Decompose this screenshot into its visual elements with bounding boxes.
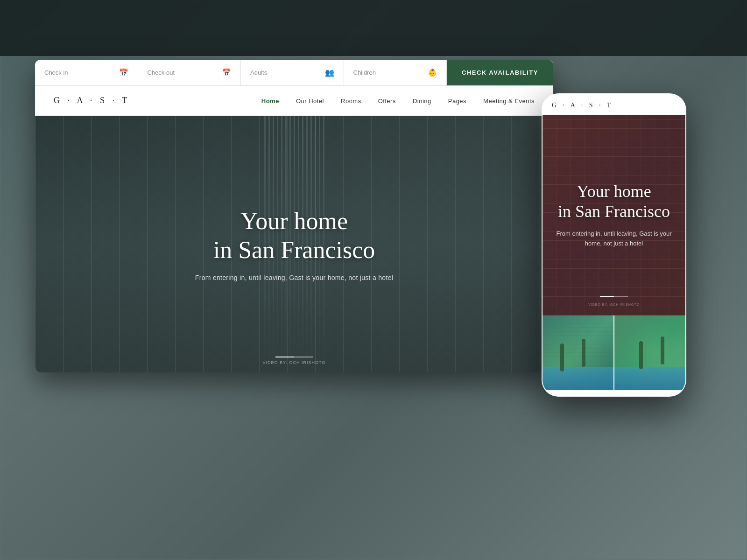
check-availability-button[interactable]: CHECK AVAILABILITY — [447, 60, 553, 85]
mobile-hero-section: Your home in San Francisco From entering… — [543, 115, 685, 315]
hero-content: Your home in San Francisco From entering… — [195, 207, 393, 282]
navigation-bar: G · A · S · T Home Our Hotel Rooms Offer… — [35, 86, 553, 116]
mobile-video-credit: VIDEO BY: OCH IRISHOTO — [588, 303, 640, 306]
palm-tree-1 — [560, 343, 564, 371]
mobile-hero-subtitle: From entering in, until leaving, Gast is… — [552, 229, 676, 249]
booking-bar: Check in 📅 Check out 📅 Adults 👥 Children… — [35, 60, 553, 86]
checkout-field[interactable]: Check out 📅 — [138, 60, 241, 85]
nav-pages[interactable]: Pages — [448, 98, 466, 105]
hero-video-credit: VIDEO BY: OCH IRISHOTO — [263, 360, 326, 365]
palm-tree-4 — [661, 336, 664, 364]
mobile-hero-title: Your home in San Francisco — [552, 182, 676, 222]
mobile-nav: G · A · S · T — [543, 94, 685, 115]
adults-field[interactable]: Adults 👥 — [241, 60, 344, 85]
nav-dining[interactable]: Dining — [413, 98, 431, 105]
checkin-field[interactable]: Check in 📅 — [35, 60, 138, 85]
nav-links: Home Our Hotel Rooms Offers Dining Pages… — [261, 97, 535, 105]
mobile-logo: G · A · S · T — [552, 102, 613, 109]
hero-progress-indicator — [275, 357, 313, 357]
mobile-gallery — [543, 315, 685, 390]
mobile-progress-indicator — [600, 296, 628, 297]
calendar-icon-2: 📅 — [222, 68, 231, 77]
calendar-icon: 📅 — [119, 68, 128, 77]
person-icon: 👥 — [325, 68, 334, 77]
nav-meeting-events[interactable]: Meeting & Events — [483, 98, 535, 105]
mobile-device-window: G · A · S · T Your home in San Francisco… — [542, 93, 686, 397]
hero-title: Your home in San Francisco — [195, 207, 393, 265]
child-icon: 👶 — [428, 68, 437, 77]
palm-tree-2 — [582, 339, 585, 367]
gallery-image-right — [613, 315, 685, 390]
children-field[interactable]: Children 👶 — [344, 60, 447, 85]
logo: G · A · S · T — [54, 96, 130, 105]
hero-section: Your home in San Francisco From entering… — [35, 116, 553, 372]
desktop-browser-window: Check in 📅 Check out 📅 Adults 👥 Children… — [35, 60, 553, 372]
pool-visual — [543, 367, 613, 390]
nav-rooms[interactable]: Rooms — [341, 98, 361, 105]
nav-home[interactable]: Home — [261, 98, 279, 105]
nav-offers[interactable]: Offers — [378, 98, 396, 105]
gallery-image-left — [543, 315, 613, 390]
hero-subtitle: From entering in, until leaving, Gast is… — [195, 274, 393, 281]
pool-visual-2 — [614, 367, 685, 390]
top-dark-bar — [0, 0, 747, 56]
palm-tree-3 — [639, 341, 643, 369]
nav-our-hotel[interactable]: Our Hotel — [296, 98, 324, 105]
mobile-hero-content: Your home in San Francisco From entering… — [543, 182, 685, 249]
